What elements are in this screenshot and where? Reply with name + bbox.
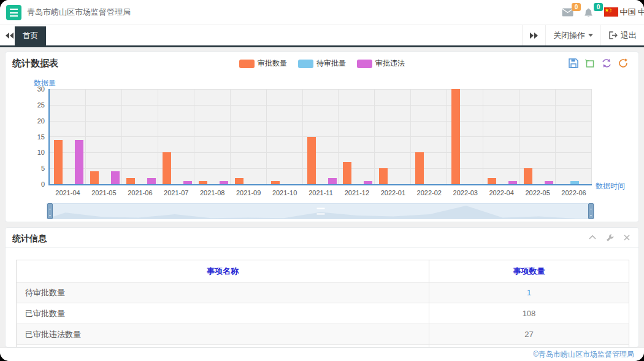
bar-审批违法-2022-04 [508,181,517,184]
page-footer: ©青岛市崂山区市场监督管理局 [0,347,644,361]
y-axis-tick: 15 [25,133,45,141]
data-zoom-icon[interactable] [585,58,596,69]
notifications-badge: 0 [594,3,603,11]
tab-bar: 首页 关闭操作 退出 [0,25,644,47]
y-axis-tick: 30 [25,85,45,93]
item-name-cell: 待审批数量 [17,282,429,303]
bar-审批数量-2021-06 [126,178,135,184]
bar-审批违法-2021-06 [147,178,156,184]
datazoom-move-grip[interactable] [316,208,324,215]
bar-审批违法-2021-05 [111,171,120,184]
chart-legend: 审批数量待审批量审批违法 [239,58,405,69]
datazoom-right-handle[interactable] [588,203,594,219]
bar-审批违法-2021-08 [220,181,228,184]
close-operations-label: 关闭操作 [553,30,585,41]
item-count-cell: 27 [429,324,629,345]
top-header: 青岛市崂山区市场监督管理局 0 0 中 [0,0,644,25]
col-header-item-name: 事项名称 [17,260,429,282]
app-title: 青岛市崂山区市场监督管理局 [27,0,131,25]
bar-审批数量-2021-10 [271,181,280,184]
legend-label: 待审批量 [316,58,346,69]
datazoom-slider[interactable] [47,203,594,219]
logout-label: 退出 [621,30,637,41]
magic-type-icon[interactable] [601,58,612,69]
x-axis-name: 数据时间 [596,181,625,192]
sign-out-icon [608,31,618,39]
bar-审批数量-2021-12 [343,162,351,184]
bar-审批违法-2021-12 [364,181,372,184]
statistics-info-panel: 统计信息 事项名称 事项数量 待审批数量1已审批数量108已审批违法数量27已审… [5,227,639,347]
bar-审批数量-2021-05 [90,171,99,184]
bar-审批违法-2021-11 [328,178,337,184]
x-axis-tick: 2022-06 [550,189,599,196]
copyright-text: ©青岛市崂山区市场监督管理局 [533,348,634,360]
bar-审批数量-2022-01 [379,168,388,184]
bar-审批违法-2022-05 [545,181,553,184]
item-count-cell: 108 [429,303,629,324]
save-as-image-icon[interactable] [568,58,579,69]
tab-home[interactable]: 首页 [15,26,46,45]
locale-label[interactable]: 中国 中文 [619,0,644,25]
y-axis-tick: 0 [25,180,45,188]
legend-swatch [239,60,255,68]
info-panel-tools [589,235,630,243]
messages-badge: 0 [572,3,581,11]
y-axis-tick: 10 [25,149,45,156]
legend-label: 审批违法 [375,58,405,69]
tabs-scroll-right-button[interactable] [522,25,545,45]
hamburger-icon [10,9,18,17]
bell-icon [584,8,593,18]
close-operations-dropdown[interactable]: 关闭操作 [545,25,600,45]
language-flag-button[interactable] [604,7,618,19]
caret-down-icon [588,34,593,37]
china-flag-icon [604,7,618,17]
bar-审批数量-2021-04 [54,140,63,184]
bar-审批数量-2022-03 [451,89,460,184]
statistics-chart-panel: 统计数据表 审批数量待审批量审批违法 数据量 [5,52,639,222]
bar-审批违法-2021-07 [183,181,192,184]
divider [6,247,638,248]
double-chevron-left-icon [6,33,13,39]
y-axis-tick: 25 [25,101,45,109]
bar-chart-plot-area [48,89,592,185]
info-panel-title: 统计信息 [12,233,47,244]
messages-button[interactable]: 0 [562,8,575,19]
double-chevron-right-icon [530,33,538,39]
bar-审批数量-2022-04 [488,178,496,184]
bar-审批数量-2021-11 [307,137,316,185]
settings-wrench-icon[interactable] [606,235,614,243]
item-count-link[interactable]: 1 [429,282,629,303]
legend-item-审批违法[interactable]: 审批违法 [357,58,405,69]
restore-refresh-icon[interactable] [618,58,629,69]
col-header-item-count: 事项数量 [429,260,629,282]
bar-审批数量-2021-08 [199,181,207,184]
item-name-cell: 已审批数量 [17,303,429,324]
legend-item-待审批量[interactable]: 待审批量 [298,58,346,69]
close-x-icon[interactable] [624,235,630,241]
legend-item-审批数量[interactable]: 审批数量 [239,58,287,69]
bar-审批数量-2022-05 [524,168,532,184]
bar-审批违法-2021-04 [75,140,83,184]
menu-toggle-button[interactable] [6,5,21,20]
chart-panel-title: 统计数据表 [12,58,58,69]
item-name-cell: 已审批违法数量 [17,324,429,345]
bar-待审批量-2022-06 [570,181,579,184]
statistics-table: 事项名称 事项数量 待审批数量1已审批数量108已审批违法数量27已审批轻微违法… [16,260,629,347]
legend-label: 审批数量 [258,58,287,69]
app-window: 青岛市崂山区市场监督管理局 0 0 中 [0,0,644,361]
y-axis-tick: 5 [25,165,45,172]
legend-swatch [298,60,313,68]
bar-审批数量-2021-09 [235,178,243,184]
collapse-chevron-up-icon[interactable] [589,235,596,239]
table-row: 已审批数量108 [17,303,629,324]
logout-button[interactable]: 退出 [600,25,644,45]
datazoom-left-handle[interactable] [47,203,53,219]
bar-审批数量-2022-02 [415,152,424,184]
legend-swatch [357,60,372,68]
table-row: 待审批数量1 [17,282,629,303]
handle-grip-icon [590,209,592,215]
table-row: 已审批违法数量27 [17,324,629,345]
chart-toolbox [568,58,629,69]
bar-审批数量-2021-07 [163,152,171,184]
notifications-button[interactable]: 0 [584,8,597,19]
